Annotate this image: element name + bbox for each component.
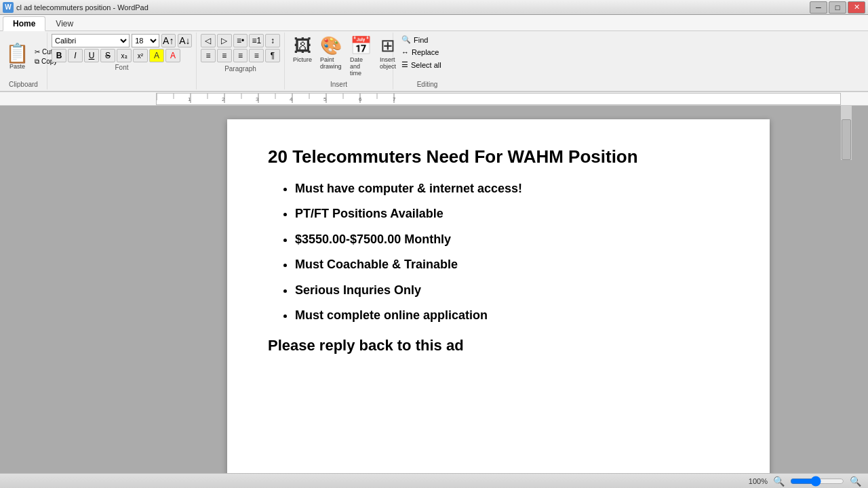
- align-left-button[interactable]: ≡: [201, 49, 216, 62]
- underline-button[interactable]: U: [84, 49, 99, 62]
- paint-icon: 🎨: [320, 35, 342, 56]
- bullet-item-0: Must have computer & internet access!: [295, 181, 729, 197]
- ruler-svg: 1 2 3 4 5 6 7: [157, 94, 840, 105]
- window-title: cl ad telecommuters position - WordPad: [16, 3, 149, 12]
- date-time-button[interactable]: 📅 Date and time: [347, 34, 374, 78]
- bullet-item-1: PT/FT Positions Available: [295, 206, 729, 222]
- ribbon-tabs: Home View: [0, 15, 868, 31]
- scissors-icon: ✂: [35, 48, 40, 56]
- zoom-slider[interactable]: [790, 478, 844, 485]
- main-area: 20 Telecommuters Need For WAHM Position …: [0, 106, 868, 473]
- editing-group-label: Editing: [399, 79, 456, 88]
- svg-text:3: 3: [256, 96, 259, 102]
- paragraph-mark-button[interactable]: ¶: [265, 49, 280, 62]
- zoom-level: 100%: [749, 477, 768, 485]
- clipboard-group: 📋 Paste ✂ Cut ⧉ Copy Clipboard: [0, 33, 47, 89]
- paint-label: Paint drawing: [320, 56, 342, 70]
- grow-font-button[interactable]: A↑: [161, 34, 176, 47]
- close-button[interactable]: ✕: [848, 1, 865, 14]
- zoom-decrease-icon[interactable]: 🔍: [773, 476, 785, 487]
- title-bar: W cl ad telecommuters position - WordPad…: [0, 0, 868, 15]
- bullet-item-3: Must Coachable & Trainable: [295, 257, 729, 272]
- svg-text:1: 1: [188, 96, 191, 102]
- bold-button[interactable]: B: [52, 49, 66, 62]
- app-icon: W: [3, 2, 14, 13]
- justify-button[interactable]: ≡: [249, 49, 264, 62]
- paragraph-group-label: Paragraph: [201, 64, 280, 73]
- title-bar-left: W cl ad telecommuters position - WordPad: [3, 2, 149, 13]
- ruler: 1 2 3 4 5 6 7: [0, 92, 868, 106]
- replace-label: Replace: [412, 48, 439, 56]
- increase-indent-button[interactable]: ▷: [217, 34, 232, 47]
- align-right-button[interactable]: ≡: [233, 49, 248, 62]
- replace-button[interactable]: ↔ Replace: [399, 47, 456, 58]
- paragraph-group: ◁ ▷ ≡• ≡1 ↕ ≡ ≡ ≡ ≡ ¶ Paragraph: [197, 33, 285, 89]
- highlight-button[interactable]: A: [149, 49, 164, 62]
- subscript-button[interactable]: x₂: [117, 49, 132, 62]
- picture-label: Picture: [293, 56, 312, 63]
- picture-icon: 🖼: [294, 35, 311, 56]
- svg-text:7: 7: [393, 96, 396, 102]
- bullet-item-4: Serious Inquries Only: [295, 283, 729, 298]
- paste-button[interactable]: 📋 Paste: [4, 43, 31, 71]
- font-family-select[interactable]: Calibri: [52, 34, 130, 47]
- status-bar: 100% 🔍 🔍: [0, 473, 868, 488]
- find-label: Find: [414, 36, 428, 44]
- datetime-label: Date and time: [350, 56, 372, 77]
- tab-home[interactable]: Home: [3, 16, 45, 31]
- ribbon: 📋 Paste ✂ Cut ⧉ Copy Clipboard Calibri: [0, 31, 868, 92]
- document-title: 20 Telecommuters Need For WAHM Position: [268, 146, 729, 167]
- vertical-scrollbar[interactable]: [841, 106, 852, 160]
- decrease-indent-button[interactable]: ◁: [201, 34, 216, 47]
- find-button[interactable]: 🔍 Find: [399, 34, 456, 45]
- font-group: Calibri 18 A↑ A↓ B I U S x₂ x² A A Font: [47, 33, 197, 89]
- line-spacing-button[interactable]: ↕: [265, 34, 280, 47]
- select-all-label: Select all: [411, 61, 441, 69]
- align-center-button[interactable]: ≡: [217, 49, 232, 62]
- replace-icon: ↔: [401, 48, 409, 56]
- bullet-item-5: Must complete online application: [295, 308, 729, 323]
- select-all-icon: ☰: [401, 60, 408, 69]
- svg-text:4: 4: [290, 96, 293, 102]
- window-controls: ─ □ ✕: [810, 1, 865, 14]
- superscript-button[interactable]: x²: [133, 49, 148, 62]
- left-sidebar: [0, 106, 156, 473]
- paste-icon: 📋: [5, 44, 29, 63]
- insert-group: 🖼 Picture 🎨 Paint drawing 📅 Date and tim…: [285, 33, 393, 89]
- document-bullets: Must have computer & internet access! PT…: [268, 181, 729, 323]
- copy-icon: ⧉: [35, 58, 39, 66]
- svg-text:5: 5: [323, 96, 327, 102]
- select-all-button[interactable]: ☰ Select all: [399, 59, 456, 70]
- svg-text:6: 6: [359, 96, 362, 102]
- maximize-button[interactable]: □: [829, 1, 846, 14]
- clipboard-group-label: Clipboard: [4, 79, 43, 88]
- document-page: 20 Telecommuters Need For WAHM Position …: [227, 119, 770, 473]
- editing-group: 🔍 Find ↔ Replace ☰ Select all Editing: [393, 33, 461, 89]
- calendar-icon: 📅: [350, 35, 372, 56]
- scroll-thumb[interactable]: [842, 119, 851, 160]
- bullets-button[interactable]: ≡•: [233, 34, 248, 47]
- italic-button[interactable]: I: [68, 49, 83, 62]
- paste-label: Paste: [9, 63, 25, 70]
- bullet-item-2: $3550.00-$7500.00 Monthly: [295, 232, 729, 247]
- strikethrough-button[interactable]: S: [100, 49, 115, 62]
- document-subtitle: Please reply back to this ad: [268, 337, 729, 354]
- zoom-increase-icon[interactable]: 🔍: [850, 476, 861, 487]
- picture-button[interactable]: 🖼 Picture: [290, 34, 315, 64]
- ruler-inner: 1 2 3 4 5 6 7: [156, 93, 841, 105]
- minimize-button[interactable]: ─: [810, 1, 827, 14]
- scroll-area[interactable]: 20 Telecommuters Need For WAHM Position …: [156, 106, 841, 473]
- find-icon: 🔍: [401, 35, 411, 44]
- svg-text:2: 2: [222, 96, 225, 102]
- right-sidebar: [841, 106, 868, 473]
- tab-view[interactable]: View: [45, 16, 83, 30]
- shrink-font-button[interactable]: A↓: [178, 34, 192, 47]
- numbering-button[interactable]: ≡1: [249, 34, 264, 47]
- font-size-select[interactable]: 18: [132, 34, 159, 47]
- paint-drawing-button[interactable]: 🎨 Paint drawing: [317, 34, 344, 71]
- insert-group-label: Insert: [290, 79, 387, 88]
- font-group-label: Font: [52, 62, 192, 71]
- font-color-button[interactable]: A: [165, 49, 180, 62]
